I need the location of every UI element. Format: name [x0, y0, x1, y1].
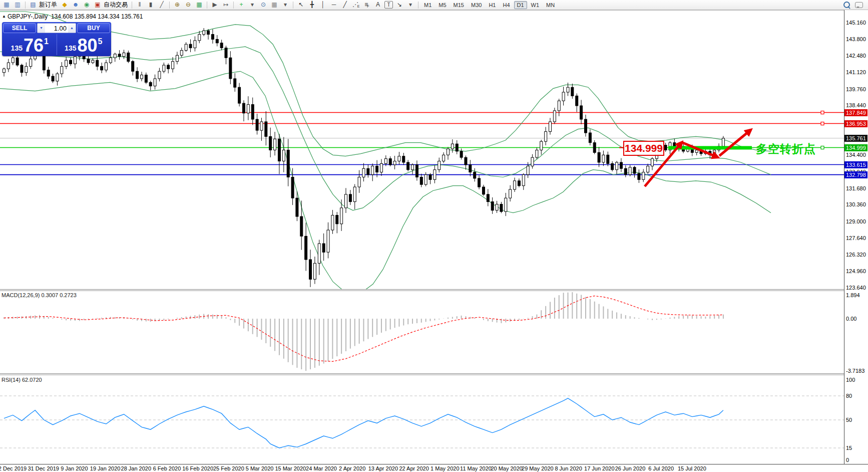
channel-icon[interactable]: ⋰E — [350, 0, 361, 10]
horizontal-lines[interactable] — [0, 113, 844, 175]
candle — [65, 57, 68, 69]
indicators-icon[interactable]: + — [236, 0, 247, 10]
auto-scroll-icon[interactable]: ▶ — [209, 0, 220, 10]
price-annotation-box[interactable]: 134.999 — [623, 141, 664, 156]
candle — [265, 111, 267, 145]
candle — [415, 160, 418, 180]
zoom-out-icon[interactable]: ⊖ — [183, 0, 194, 10]
candle — [593, 140, 596, 154]
arrows-dropdown-icon[interactable]: ▾ — [405, 0, 416, 10]
volume-up-button[interactable]: ▲ — [68, 24, 76, 33]
toolbar-separator — [207, 2, 207, 9]
candle — [194, 36, 196, 51]
market-icon[interactable]: ▣ — [92, 0, 103, 10]
vertical-line-icon[interactable]: │ — [317, 0, 328, 10]
timeframe-mn[interactable]: MN — [543, 1, 558, 9]
zoom-in-icon[interactable]: ⊕ — [172, 0, 183, 10]
label-icon[interactable]: T — [384, 1, 393, 9]
horizontal-line-icon[interactable]: ─ — [328, 0, 339, 10]
candle — [398, 152, 400, 165]
price-axis[interactable] — [844, 10, 868, 464]
candle — [287, 139, 289, 186]
trendline-icon[interactable]: ╱ — [339, 0, 350, 10]
bar-chart-icon[interactable]: ‖ — [134, 0, 145, 10]
candle — [598, 147, 600, 167]
candle — [96, 56, 99, 70]
candle — [584, 115, 587, 137]
candle — [101, 63, 103, 73]
candle — [211, 29, 214, 44]
candle — [229, 51, 232, 84]
charts-window-icon[interactable]: ▦ — [1, 0, 12, 10]
toolbar-separator — [169, 2, 170, 9]
hline-handle[interactable] — [821, 122, 824, 125]
candle — [602, 151, 605, 166]
template-icon[interactable]: ▦ — [269, 0, 280, 10]
tile-windows-icon[interactable]: ▦ — [194, 0, 205, 10]
search-icon[interactable] — [843, 2, 850, 8]
buy-price[interactable]: 135805 — [57, 34, 111, 55]
indicators-dropdown-icon[interactable]: ▾ — [247, 0, 258, 10]
timeframe-h1[interactable]: H1 — [486, 1, 499, 9]
candle — [185, 42, 187, 52]
timeframe-h4[interactable]: H4 — [500, 1, 513, 9]
market-label[interactable]: 自动交易 — [103, 1, 130, 9]
rsi-pane — [0, 396, 844, 448]
candle — [16, 56, 19, 67]
candle — [456, 140, 458, 154]
line-chart-icon[interactable]: ╱ — [156, 0, 167, 10]
buy-button[interactable]: BUY — [77, 23, 110, 33]
buy-price-sup: 5 — [98, 37, 103, 46]
new-order-icon[interactable]: ▤ — [28, 0, 39, 10]
toolbar-separator — [233, 2, 234, 9]
sell-price[interactable]: 135761 — [3, 34, 57, 55]
cursor-icon[interactable]: ↖ — [295, 0, 306, 10]
candle — [545, 127, 547, 145]
periods-icon[interactable]: ⊙ — [258, 0, 269, 10]
candlestick-chart-icon[interactable]: ▮ — [145, 0, 156, 10]
chart-shift-icon[interactable]: ↦ — [220, 0, 231, 10]
template-dropdown-icon[interactable]: ▾ — [280, 0, 291, 10]
text-icon[interactable]: A — [372, 0, 383, 10]
history-center-icon[interactable]: ◆ — [59, 0, 70, 10]
signals-icon[interactable]: ◉ — [81, 0, 92, 10]
new-order-label[interactable]: 新订单 — [39, 1, 59, 9]
chart-ohlc: 134.608 135.894 134.334 135.761 — [51, 13, 143, 20]
candle — [349, 190, 351, 205]
candle — [465, 155, 467, 170]
chart-canvas[interactable] — [0, 0, 868, 472]
data-window-icon[interactable]: ▥ — [12, 0, 23, 10]
symbol-marker-icon: ▲ — [2, 14, 6, 19]
candle — [105, 60, 108, 72]
candle — [260, 118, 263, 141]
buy-price-big: 80 — [77, 37, 97, 54]
arrows-icon[interactable]: ↘ — [394, 0, 405, 10]
timeframe-m5[interactable]: M5 — [436, 1, 449, 9]
timeframe-m1[interactable]: M1 — [421, 1, 435, 9]
timeframe-w1[interactable]: W1 — [528, 1, 543, 9]
timeframe-d1[interactable]: D1 — [514, 1, 527, 9]
candle — [140, 72, 143, 81]
candle — [433, 165, 436, 183]
toolbar-separator — [293, 2, 293, 9]
candle — [25, 63, 28, 76]
timeframe-m15[interactable]: M15 — [451, 1, 467, 9]
support-bar-annotation[interactable] — [668, 146, 752, 150]
candle — [3, 68, 6, 77]
fibonacci-icon[interactable]: ≡F — [361, 0, 372, 10]
candle — [469, 160, 472, 176]
candle — [447, 147, 450, 160]
hline-handle[interactable] — [821, 146, 824, 149]
volume-input[interactable] — [45, 24, 68, 33]
candle — [282, 137, 285, 172]
timeframe-m30[interactable]: M30 — [468, 1, 485, 9]
candle — [620, 158, 622, 172]
volume-down-button[interactable]: ▼ — [38, 24, 45, 33]
sell-button[interactable]: SELL — [3, 23, 36, 33]
date-axis[interactable] — [0, 464, 868, 472]
chat-icon[interactable] — [855, 2, 863, 8]
turning-point-annotation[interactable]: 多空转折点 — [756, 141, 816, 157]
crosshair-icon[interactable]: ╋ — [306, 0, 317, 10]
experts-icon[interactable]: ☻ — [70, 0, 81, 10]
hline-handle[interactable] — [821, 111, 824, 114]
